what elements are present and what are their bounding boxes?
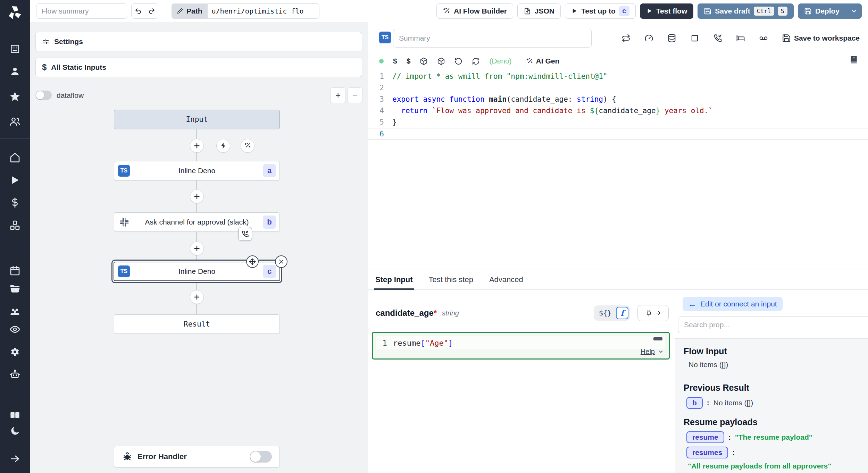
deploy-button[interactable]: Deploy [798, 3, 862, 19]
sidebar-item-docs[interactable] [0, 408, 30, 422]
step-input-form: candidate_age * string ${} f 1 resume["A… [368, 290, 675, 473]
sidebar-item-runs[interactable] [0, 173, 30, 187]
prop-key-badge[interactable]: resumes [686, 447, 728, 458]
ai-flow-builder-button[interactable]: AI Flow Builder [436, 3, 513, 19]
dataflow-toggle[interactable] [35, 91, 52, 100]
gauge-icon[interactable] [644, 34, 653, 43]
package-icon[interactable] [420, 57, 428, 65]
insert-step-button[interactable] [190, 242, 204, 255]
json-button[interactable]: JSON [517, 3, 561, 19]
error-handler-toggle[interactable] [250, 451, 272, 463]
save-to-workspace-button[interactable]: Save to workspace [782, 34, 860, 43]
bug-icon [123, 452, 132, 462]
path-input[interactable] [208, 3, 319, 19]
flow-node-input[interactable]: Input [114, 110, 280, 129]
scrollbar-thumb[interactable] [653, 337, 662, 340]
move-icon [249, 258, 256, 265]
sidebar-item-folders[interactable] [0, 282, 30, 296]
flow-node-result[interactable]: Result [114, 314, 280, 334]
tab-advanced[interactable]: Advanced [489, 270, 523, 289]
tab-test-this-step[interactable]: Test this step [429, 270, 473, 289]
move-node-button[interactable] [246, 255, 259, 268]
expand-sidebar-icon[interactable] [0, 452, 30, 466]
code-line[interactable]: 4 return `Flow was approved and candidat… [368, 105, 868, 117]
sidebar-item-groups[interactable] [0, 304, 30, 318]
code-line[interactable]: 6 [368, 128, 868, 140]
connect-input-button[interactable] [637, 305, 669, 321]
phone-incoming-icon[interactable] [713, 34, 722, 43]
button-divider [846, 3, 846, 19]
flow-settings-button[interactable]: Settings [35, 32, 362, 51]
insert-step-button[interactable] [190, 189, 204, 203]
help-link[interactable]: Help [641, 348, 664, 356]
sidebar-item-user[interactable] [0, 65, 30, 78]
flow-summary-input[interactable] [36, 3, 127, 19]
library-icon[interactable] [849, 55, 858, 66]
prop-description: "The resume payload" [735, 433, 812, 441]
resources-icon[interactable]: $ [407, 57, 411, 65]
flow-node-a[interactable]: TS Inline Deno a [114, 161, 280, 180]
sidebar-item-favorites[interactable] [0, 90, 30, 103]
sidebar-item-workspace[interactable] [0, 42, 30, 56]
code-line[interactable]: 3export async function main(candidate_ag… [368, 94, 868, 105]
refresh-cw-icon[interactable] [472, 57, 480, 65]
edit-or-connect-button[interactable]: ← Edit or connect an input [683, 297, 783, 311]
tab-step-input[interactable]: Step Input [375, 270, 413, 289]
search-prop-input[interactable] [678, 316, 868, 333]
sidebar-item-resources[interactable] [0, 218, 30, 232]
save-draft-button[interactable]: Save draft Ctrl S [698, 3, 794, 19]
sidebar-divider [0, 443, 30, 443]
bed-icon[interactable] [736, 34, 745, 43]
voicemail-icon[interactable] [759, 34, 768, 43]
trigger-step-button[interactable] [216, 139, 230, 153]
dark-mode-toggle-icon[interactable] [0, 424, 30, 438]
windmill-logo-icon[interactable] [0, 3, 30, 22]
code-line[interactable]: 5} [368, 117, 868, 128]
all-static-inputs-button[interactable]: $ All Static Inputs [35, 58, 362, 77]
step-summary-input[interactable] [393, 29, 592, 48]
code-line[interactable]: 1// import * as wmill from "npm:windmill… [368, 71, 868, 82]
zoom-in-button[interactable]: + [330, 87, 346, 103]
insert-step-button[interactable] [190, 290, 204, 304]
path-button[interactable]: Path [172, 3, 208, 19]
expression-editor[interactable]: 1 resume["Age"] Help [372, 332, 670, 360]
package-icon[interactable] [437, 57, 445, 65]
sidebar-item-members[interactable] [0, 115, 30, 128]
sidebar-item-schedules[interactable] [0, 264, 30, 278]
template-mode-button[interactable]: ${} [595, 307, 615, 319]
insert-step-button[interactable] [190, 139, 204, 153]
prop-key-badge[interactable]: b [686, 397, 703, 409]
runtime-label[interactable]: (Deno) [489, 57, 511, 65]
ai-insert-step-button[interactable] [241, 139, 254, 153]
sidebar-item-workers[interactable] [0, 368, 30, 381]
square-icon[interactable] [690, 34, 699, 43]
redo-button[interactable] [145, 4, 158, 18]
sidebar-item-home[interactable] [0, 151, 30, 164]
flow-node-b[interactable]: Ask channel for approval (slack) b [114, 212, 280, 232]
delete-node-button[interactable] [275, 255, 287, 268]
phone-incoming-icon [241, 230, 249, 238]
repeat-icon[interactable] [621, 34, 631, 43]
error-handler-node[interactable]: Error Handler [114, 446, 280, 467]
sidebar-item-settings[interactable] [0, 345, 30, 359]
zap-icon [220, 142, 227, 149]
zoom-out-button[interactable]: − [347, 87, 363, 103]
expression-code[interactable]: resume["Age"] [393, 339, 453, 347]
prop-colon: : [732, 448, 735, 457]
sidebar-item-variables[interactable] [0, 196, 30, 210]
code-editor[interactable]: 1// import * as wmill from "npm:windmill… [368, 71, 868, 270]
database-icon[interactable] [667, 34, 676, 43]
prop-key-badge[interactable]: resume [686, 431, 724, 443]
test-up-to-button[interactable]: Test up to c [565, 3, 636, 19]
ai-gen-button[interactable]: AI Gen [526, 57, 560, 65]
code-line[interactable]: 2 [368, 82, 868, 94]
function-mode-button[interactable]: f [616, 307, 628, 319]
rotate-ccw-icon[interactable] [454, 57, 462, 65]
sidebar-item-audit-logs[interactable] [0, 322, 30, 336]
app-sidebar [0, 0, 30, 473]
variables-icon[interactable]: $ [393, 57, 397, 65]
dataflow-label: dataflow [57, 91, 84, 100]
test-flow-button[interactable]: Test flow [640, 3, 693, 19]
chevron-down-icon[interactable] [850, 7, 858, 15]
undo-button[interactable] [132, 4, 145, 18]
